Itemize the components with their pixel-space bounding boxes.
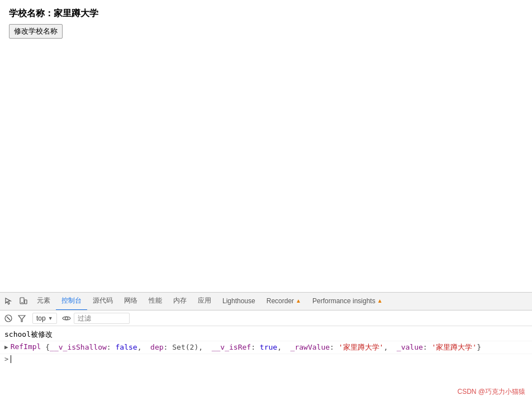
obj-content: {__v_isShallow: false, dep: Set(2), __v_…: [45, 342, 481, 352]
cursor-icon: [4, 297, 13, 306]
main-content: 学校名称：家里蹲大学 修改学校名称: [0, 0, 532, 293]
prompt-arrow: >: [4, 355, 8, 363]
device-toggle-button[interactable]: [17, 295, 30, 308]
console-prompt-line: >: [0, 354, 532, 364]
expand-arrow[interactable]: ▶: [4, 342, 8, 352]
context-label: top: [36, 314, 46, 322]
school-name-label: 学校名称：家里蹲大学: [9, 8, 523, 20]
tab-performance-insights[interactable]: Performance insights ▲: [307, 293, 388, 310]
tab-recorder[interactable]: Recorder ▲: [261, 293, 307, 310]
create-live-expression-button[interactable]: [60, 312, 73, 324]
modify-school-name-button[interactable]: 修改学校名称: [9, 24, 63, 39]
tab-lighthouse[interactable]: Lighthouse: [217, 293, 261, 310]
tab-performance[interactable]: 性能: [143, 293, 168, 310]
obj-label: RefImpl: [11, 342, 46, 351]
console-toolbar: top ▼: [0, 310, 532, 326]
console-output: school被修改 ▶ RefImpl {__v_isShallow: fals…: [0, 326, 532, 400]
console-object-line: ▶ RefImpl {__v_isShallow: false, dep: Se…: [0, 341, 532, 354]
console-filter-input[interactable]: [74, 313, 130, 324]
filter-toggle-button[interactable]: [16, 312, 28, 324]
eye-icon: [62, 314, 71, 323]
inspect-element-button[interactable]: [2, 295, 16, 308]
clear-console-button[interactable]: [2, 312, 15, 324]
context-selector[interactable]: top ▼: [32, 313, 57, 324]
filter-icon: [18, 314, 26, 322]
devtools-tabs-bar: 元素 控制台 源代码 网络 性能 内存 应用 Lighthouse Record…: [0, 293, 532, 310]
watermark: CSDN @巧克力小猫猿: [457, 387, 525, 397]
svg-line-4: [7, 317, 10, 320]
console-object: RefImpl {__v_isShallow: false, dep: Set(…: [11, 342, 481, 352]
tab-sources[interactable]: 源代码: [87, 293, 118, 310]
svg-marker-5: [18, 316, 25, 322]
tab-elements[interactable]: 元素: [31, 293, 56, 310]
svg-point-6: [65, 317, 68, 319]
performance-insights-warning-icon: ▲: [377, 298, 383, 304]
devtools-panel: 元素 控制台 源代码 网络 性能 内存 应用 Lighthouse Record…: [0, 292, 532, 400]
clear-icon: [4, 314, 12, 322]
context-dropdown-arrow: ▼: [48, 316, 53, 321]
console-log-line: school被修改: [0, 328, 532, 341]
tab-console[interactable]: 控制台: [56, 293, 87, 310]
device-icon: [19, 297, 28, 306]
tab-network[interactable]: 网络: [118, 293, 143, 310]
svg-rect-1: [25, 300, 27, 304]
cursor: [11, 355, 15, 363]
recorder-warning-icon: ▲: [296, 298, 301, 304]
console-log-text: school被修改: [4, 330, 53, 340]
tab-memory[interactable]: 内存: [168, 293, 192, 310]
tab-application[interactable]: 应用: [192, 293, 217, 310]
